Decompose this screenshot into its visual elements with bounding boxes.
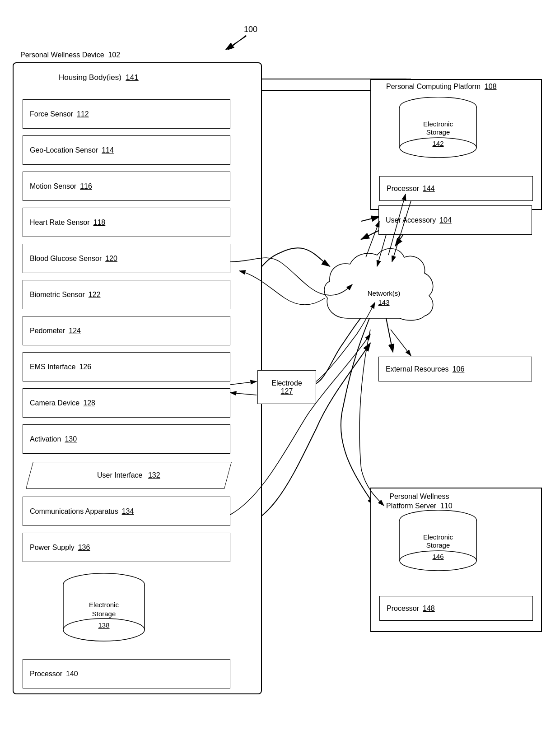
pwd-label: Personal Wellness Device 102 <box>20 51 120 59</box>
activation-box: Activation 130 <box>23 424 230 454</box>
svg-text:Storage: Storage <box>92 610 116 618</box>
blood-glucose-sensor-box: Blood Glucose Sensor 120 <box>23 244 230 273</box>
svg-text:Network(s): Network(s) <box>368 289 401 297</box>
pcp-label: Personal Computing Platform 108 <box>386 83 497 91</box>
electronic-storage-138: Electronic Storage 138 <box>59 573 149 647</box>
diagram: 100 Personal Wellness Device 102 Housing… <box>0 0 560 730</box>
electronic-storage-142: Electronic Storage 142 <box>393 97 483 167</box>
biometric-sensor-box: Biometric Sensor 122 <box>23 280 230 309</box>
external-resources-box: External Resources 106 <box>378 357 532 381</box>
svg-text:146: 146 <box>432 553 443 560</box>
processor-140-box: Processor 140 <box>23 659 230 688</box>
svg-line-7 <box>361 230 379 239</box>
svg-line-43 <box>228 35 246 50</box>
comm-apparatus-box: Communications Apparatus 134 <box>23 497 230 526</box>
networks-cloud: Network(s) 143 <box>321 242 447 343</box>
svg-text:Electronic: Electronic <box>423 120 453 128</box>
storage-138-svg: Electronic Storage 138 <box>59 573 149 646</box>
user-interface-box: User Interface 132 <box>26 462 232 489</box>
processor-148-box: Processor 148 <box>379 596 533 621</box>
user-accessory-box: User Accessory 104 <box>378 205 532 235</box>
pwps-label: Personal WellnessPlatform Server 110 <box>386 492 453 511</box>
svg-line-0 <box>226 36 246 50</box>
motion-sensor-box: Motion Sensor 116 <box>23 172 230 201</box>
user-interface-container: User Interface 132 <box>23 460 230 490</box>
svg-line-6 <box>361 217 379 221</box>
network-cloud-svg: Network(s) 143 <box>321 242 447 341</box>
ems-interface-box: EMS Interface 126 <box>23 352 230 381</box>
svg-text:142: 142 <box>432 139 443 147</box>
processor-144-box: Processor 144 <box>379 176 533 201</box>
camera-device-box: Camera Device 128 <box>23 388 230 418</box>
geo-location-sensor-box: Geo-Location Sensor 114 <box>23 135 230 165</box>
svg-text:Storage: Storage <box>426 541 450 549</box>
housing-label: Housing Body(ies) 141 <box>59 73 139 82</box>
svg-text:Electronic: Electronic <box>89 601 119 609</box>
force-sensor-box: Force Sensor 112 <box>23 99 230 129</box>
svg-text:Electronic: Electronic <box>423 533 453 541</box>
svg-text:Storage: Storage <box>426 128 450 136</box>
ref-100-label: 100 <box>244 25 257 34</box>
electrode-box: Electrode 127 <box>257 370 316 404</box>
svg-text:143: 143 <box>378 298 389 306</box>
electronic-storage-146: Electronic Storage 146 <box>393 510 483 580</box>
heart-rate-sensor-box: Heart Rate Sensor 118 <box>23 208 230 237</box>
pedometer-box: Pedometer 124 <box>23 316 230 345</box>
svg-text:138: 138 <box>98 621 109 629</box>
storage-146-svg: Electronic Storage 146 <box>393 510 483 578</box>
power-supply-box: Power Supply 136 <box>23 533 230 562</box>
storage-142-svg: Electronic Storage 142 <box>393 97 483 165</box>
